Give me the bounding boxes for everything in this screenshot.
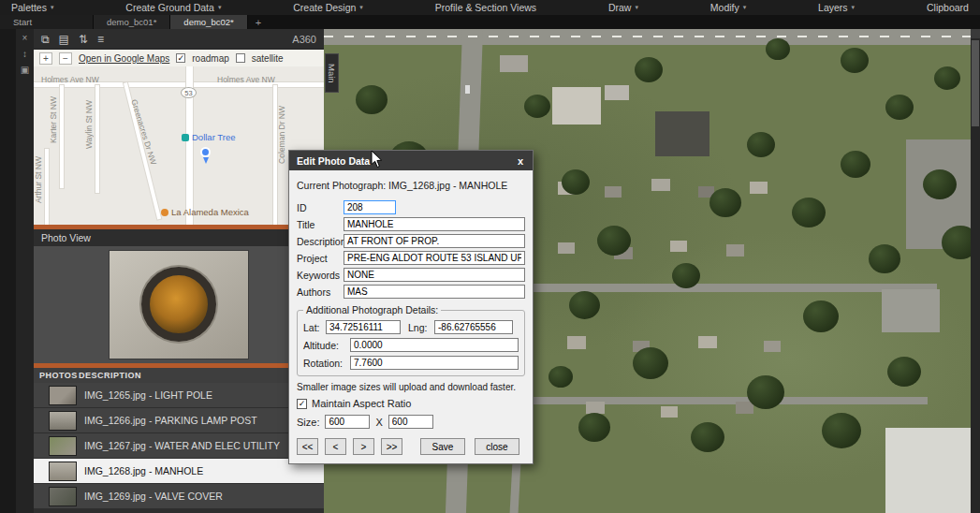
map-pin-icon[interactable] <box>200 147 211 157</box>
lat-field[interactable] <box>326 320 401 334</box>
tree <box>942 226 971 259</box>
dock-panel-icon[interactable]: ▣ <box>21 66 29 75</box>
menu-layers[interactable]: Layers▾ <box>818 2 855 13</box>
float-panel-icon[interactable]: ↕ <box>22 50 27 59</box>
tree <box>356 85 388 114</box>
maintain-aspect-checkbox[interactable]: ✓ <box>297 399 307 409</box>
times-label: X <box>375 417 382 428</box>
menu-create-design[interactable]: Create Design▾ <box>293 2 363 13</box>
tree <box>672 263 700 288</box>
authors-label: Authors <box>297 286 344 298</box>
edit-photo-data-dialog: Edit Photo Data x Current Photograph: IM… <box>288 150 534 464</box>
altitude-field[interactable] <box>350 338 519 352</box>
size-height-field[interactable] <box>388 415 433 429</box>
satellite-checkbox[interactable] <box>236 53 245 63</box>
chevron-down-icon: ▾ <box>359 4 363 11</box>
dialog-title-bar[interactable]: Edit Photo Data x <box>289 151 533 170</box>
building <box>670 241 687 252</box>
close-button[interactable]: close <box>475 438 519 455</box>
roadmap-checkbox[interactable]: ✓ <box>176 53 185 63</box>
panel-header: ⧉ ▤ ⇅ ≡ A360 <box>34 29 324 50</box>
rotation-label: Rotation: <box>303 358 350 369</box>
scrollbar-button[interactable] <box>971 29 980 38</box>
lng-field[interactable] <box>434 320 513 334</box>
poi-dollar-tree[interactable]: Dollar Tree <box>182 132 235 142</box>
scrollbar-thumb[interactable] <box>972 40 979 126</box>
street-label: Holmes Ave NW <box>41 75 99 84</box>
building <box>552 87 601 125</box>
previous-photo-button[interactable]: < <box>325 438 346 455</box>
menu-draw[interactable]: Draw▾ <box>608 2 638 13</box>
manhole-photo-subject <box>141 267 216 342</box>
viewport-tab-main[interactable]: Main <box>325 53 339 93</box>
close-icon[interactable]: × <box>22 34 28 43</box>
keywords-field[interactable] <box>344 268 525 282</box>
lat-label: Lat: <box>303 322 326 333</box>
photo-list: IMG_1265.jpg - LIGHT POLE IMG_1266.jpg -… <box>34 383 324 509</box>
photo-list-item[interactable]: IMG_1265.jpg - LIGHT POLE <box>34 383 324 408</box>
road <box>511 284 937 292</box>
title-field[interactable] <box>344 217 525 231</box>
photo-list-item[interactable]: IMG_1266.jpg - PARKING LAMP POST <box>34 408 324 433</box>
next-photo-button[interactable]: > <box>353 438 374 455</box>
building <box>750 182 768 194</box>
photo-list-item[interactable]: IMG_1267.jpg - WATER AND ELEC UTILITY <box>34 433 324 459</box>
poi-la-alameda[interactable]: La Alameda Mexica <box>161 207 249 217</box>
building <box>655 111 709 156</box>
current-photograph-label: Current Photograph: IMG_1268.jpg - MANHO… <box>297 180 525 191</box>
authors-field[interactable] <box>344 285 525 299</box>
zoom-in-button[interactable]: + <box>39 52 52 65</box>
new-tab-button[interactable]: + <box>248 15 269 29</box>
menu-create-ground-data[interactable]: Create Ground Data▾ <box>125 2 221 13</box>
photo-list-item-selected[interactable]: IMG_1268.jpg - MANHOLE <box>34 459 324 484</box>
menu-palettes[interactable]: Palettes▾ <box>11 2 53 13</box>
chevron-down-icon: ▾ <box>218 4 222 11</box>
road-centerline <box>324 36 971 37</box>
google-map[interactable]: Holmes Ave NW Holmes Ave NW Karter St NW… <box>34 66 324 225</box>
tree <box>597 226 631 256</box>
tree <box>709 188 741 217</box>
tab-demo-bc01[interactable]: demo_bc01* <box>94 15 170 29</box>
menu-clipboard[interactable]: Clipboard <box>927 2 969 13</box>
sort-icon[interactable]: ⇅ <box>79 34 88 45</box>
dialog-close-button[interactable]: x <box>516 155 525 167</box>
route-shield: 53 <box>181 87 197 98</box>
map-road <box>124 82 161 220</box>
tab-start[interactable]: Start <box>0 15 94 29</box>
chevron-down-icon: ▾ <box>743 4 747 11</box>
photo-view[interactable] <box>34 246 324 363</box>
roadmap-label: roadmap <box>192 53 228 64</box>
street-label: Karter St NW <box>49 96 58 143</box>
menu-profile-section-views[interactable]: Profile & Section Views <box>435 2 536 13</box>
last-photo-button[interactable]: >> <box>381 438 402 455</box>
description-field[interactable] <box>344 234 525 248</box>
photo-preview <box>109 250 249 359</box>
open-google-maps-link[interactable]: Open in Google Maps <box>79 53 169 64</box>
save-button[interactable]: Save <box>420 438 465 455</box>
building <box>465 85 470 94</box>
first-photo-button[interactable]: << <box>297 438 318 455</box>
tree <box>822 413 861 448</box>
size-label: Size: <box>297 417 319 428</box>
zoom-out-button[interactable]: − <box>59 52 72 65</box>
tree <box>803 300 839 332</box>
size-width-field[interactable] <box>325 415 370 429</box>
rotation-field[interactable] <box>350 356 519 370</box>
id-field[interactable] <box>344 200 396 214</box>
vertical-scrollbar <box>971 29 980 513</box>
clone-view-icon[interactable]: ⧉ <box>41 34 50 45</box>
mouse-cursor <box>371 150 383 172</box>
building <box>885 428 971 513</box>
id-label: ID <box>297 202 344 213</box>
layers-icon[interactable]: ▤ <box>59 34 69 45</box>
restaurant-icon <box>161 209 168 216</box>
building <box>764 341 781 352</box>
tree <box>578 413 610 442</box>
photo-list-item[interactable]: IMG_1269.jpg - VALVE COVER <box>34 484 324 509</box>
tree <box>635 57 663 82</box>
tab-demo-bc02[interactable]: demo_bc02* <box>170 15 247 29</box>
tree <box>747 132 775 157</box>
menu-icon[interactable]: ≡ <box>97 34 104 45</box>
project-field[interactable] <box>344 251 525 265</box>
menu-modify[interactable]: Modify▾ <box>710 2 746 13</box>
